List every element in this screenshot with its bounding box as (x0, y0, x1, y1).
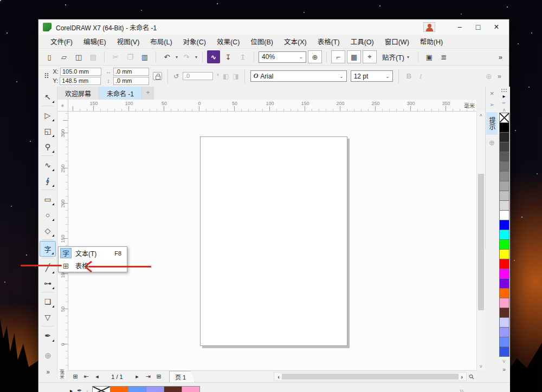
lock-ratio-button[interactable] (153, 72, 162, 80)
menu-edit[interactable]: 编辑(E) (78, 34, 112, 49)
options-button[interactable]: ▣ (423, 50, 436, 63)
chevron-down-icon[interactable]: ⌄ (383, 74, 390, 79)
color-swatch[interactable] (499, 308, 509, 318)
import-button[interactable]: ↧ (222, 50, 235, 63)
menu-tools[interactable]: 工具(O) (345, 34, 379, 49)
vertical-scrollbar-thumb[interactable] (478, 174, 484, 310)
x-position-field[interactable]: 105.0 mm (60, 68, 101, 76)
paste-button[interactable]: ▥ (138, 50, 151, 63)
color-swatch[interactable] (499, 278, 509, 289)
maximize-button[interactable]: □ (469, 20, 487, 34)
prev-page-button[interactable]: ◂ (92, 373, 102, 380)
document-color-swatch[interactable] (182, 386, 200, 392)
color-swatch[interactable] (499, 259, 509, 269)
color-swatch[interactable] (499, 269, 509, 279)
chevron-down-icon[interactable]: ⌄ (337, 74, 344, 79)
minimize-button[interactable]: − (450, 20, 469, 34)
color-swatch[interactable] (499, 200, 509, 211)
color-swatch[interactable] (499, 181, 509, 191)
show-grid-button[interactable]: ▦ (347, 50, 361, 63)
chevron-down-icon[interactable]: ⌄ (296, 54, 303, 60)
tab-welcome-screen[interactable]: 欢迎屏幕 (57, 87, 99, 100)
show-rulers-button[interactable]: ⌐ (331, 50, 345, 63)
pick-tool[interactable]: ↖ (40, 89, 56, 104)
color-swatch[interactable] (499, 298, 509, 308)
color-swatch[interactable] (499, 230, 509, 240)
y-position-field[interactable]: 148.5 mm (60, 77, 101, 85)
document-color-swatch[interactable] (92, 386, 111, 392)
color-swatch[interactable] (499, 122, 509, 133)
tab-untitled-1[interactable]: 未命名 -1 (99, 87, 142, 100)
add-page-button[interactable]: ⊞ (70, 373, 80, 380)
account-sign-in-icon[interactable] (423, 22, 435, 32)
color-swatch[interactable] (499, 220, 509, 230)
document-color-swatch[interactable] (110, 386, 128, 392)
color-swatch[interactable] (499, 113, 509, 123)
connector-tool[interactable]: ⊶ (40, 275, 56, 291)
polygon-tool[interactable]: ◇ (40, 223, 56, 238)
toolbox-overflow-button[interactable]: » (38, 368, 57, 376)
propbar-overflow-button[interactable]: » (498, 72, 501, 80)
vertical-scrollbar[interactable]: ˄ ˅ (476, 112, 485, 370)
color-swatch[interactable] (499, 152, 509, 162)
color-swatch[interactable] (499, 317, 509, 328)
color-swatch[interactable] (499, 347, 509, 357)
first-page-button[interactable]: ⇤ (81, 373, 91, 380)
document-page[interactable] (200, 136, 347, 346)
color-swatch[interactable] (499, 249, 509, 259)
scroll-up-button[interactable]: ˄ (477, 112, 485, 119)
status-eyedropper-icon[interactable]: ✒ (77, 387, 82, 392)
new-document-button[interactable]: ▯ (43, 50, 56, 63)
menu-effects[interactable]: 效果(C) (211, 34, 245, 49)
color-swatch[interactable] (499, 327, 509, 337)
color-swatch[interactable] (499, 210, 509, 220)
chevron-down-icon[interactable]: ▾ (176, 55, 178, 60)
color-eyedropper-tool[interactable]: ✒ (40, 328, 56, 343)
docker-add-button[interactable]: ⊕ (489, 139, 495, 147)
color-swatch[interactable] (499, 161, 509, 172)
color-swatch[interactable] (499, 288, 509, 298)
rotation-angle-field[interactable]: .0 (183, 72, 213, 80)
color-swatch[interactable] (499, 171, 509, 181)
vertical-ruler[interactable]: 300250200150100500 (57, 112, 68, 370)
scroll-left-button[interactable]: ‹ (275, 374, 282, 380)
last-page-button[interactable]: ⇥ (143, 373, 153, 380)
shape-tool[interactable]: ▷ (40, 107, 56, 123)
drawing-canvas[interactable] (68, 112, 476, 370)
palette-scroll-down-button[interactable]: ˅ (502, 358, 506, 364)
document-color-swatch[interactable] (164, 386, 182, 392)
application-settings-button[interactable]: ≣ (437, 50, 450, 63)
zoom-level-combo[interactable]: 40%⌄ (259, 51, 306, 63)
color-swatch[interactable] (499, 132, 509, 142)
document-color-swatch[interactable] (146, 386, 164, 392)
rectangle-tool[interactable]: ▭ (40, 191, 56, 207)
horizontal-scrollbar-thumb[interactable] (282, 374, 459, 380)
new-document-tab-button[interactable]: + (142, 87, 154, 100)
menu-file[interactable]: 文件(F) (45, 34, 78, 49)
flyout-item-text[interactable]: 字 文本(T) F8 (59, 247, 127, 259)
insert-page-button[interactable]: ⊞ (154, 373, 164, 380)
width-field[interactable]: .0 mm (113, 68, 149, 76)
pan-zoom-icon[interactable]: ⚲ (466, 370, 478, 383)
ruler-origin-corner[interactable]: ∗ (57, 100, 68, 112)
freehand-tool[interactable]: ∿ (40, 157, 56, 173)
artistic-media-tool[interactable]: ∮ (40, 173, 56, 188)
undo-button[interactable]: ↶ (160, 50, 173, 63)
save-document-button[interactable]: ◫ (72, 50, 85, 63)
menu-text[interactable]: 文本(X) (279, 34, 312, 49)
page-tab[interactable]: 页 1 (169, 371, 195, 383)
open-document-button[interactable]: ▱ (57, 50, 70, 63)
menu-bitmaps[interactable]: 位图(B) (245, 34, 279, 49)
toolbar-overflow-button[interactable]: » (499, 53, 505, 61)
color-swatch[interactable] (499, 239, 509, 250)
parallel-dimension-tool[interactable]: ╱ (40, 259, 56, 275)
height-field[interactable]: .0 mm (113, 77, 149, 85)
horizontal-ruler[interactable]: 毫米 15010050050100150200250300350 (68, 100, 476, 112)
status-chevron-icon[interactable]: ‹ (86, 388, 88, 392)
color-swatch[interactable] (499, 337, 509, 347)
horizontal-scrollbar[interactable]: ‹ › (274, 372, 467, 381)
scroll-down-button[interactable]: ˅ (477, 363, 485, 370)
ellipse-tool[interactable]: ○ (40, 207, 56, 223)
transparency-tool[interactable]: ▽ (40, 309, 56, 325)
toolbox-add-button[interactable]: ⊕ (38, 351, 57, 361)
